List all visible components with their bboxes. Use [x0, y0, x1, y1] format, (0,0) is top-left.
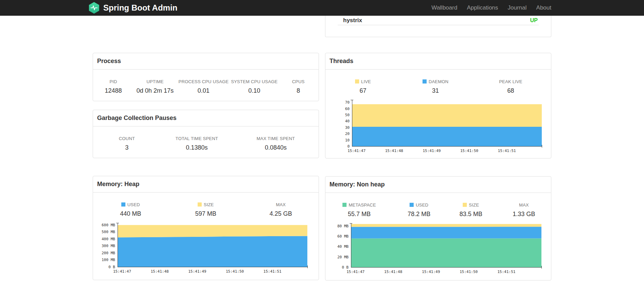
svg-text:15:41:50: 15:41:50: [226, 269, 244, 274]
stat-label: PID: [93, 79, 134, 84]
svg-text:40: 40: [345, 119, 350, 123]
stat-label: TOTAL TIME SPENT: [161, 136, 233, 141]
used-legend-swatch: [121, 202, 125, 207]
stat-label: MAX: [243, 202, 318, 207]
stat-value: 78.2 MB: [393, 211, 445, 218]
stat-process-cpu-usage: PROCESS CPU USAGE 0.01: [177, 79, 231, 94]
svg-text:15:41:50: 15:41:50: [460, 270, 478, 274]
svg-text:500 MB: 500 MB: [102, 230, 115, 234]
svg-text:15:41:48: 15:41:48: [385, 149, 403, 153]
memory-heap-card: Memory: Heap USED 440 MB SIZE 597 MB MAX: [93, 176, 319, 280]
stat-value: 597 MB: [168, 210, 243, 217]
memory-heap-chart: 0 B100 MB200 MB300 MB400 MB500 MB600 MB1…: [93, 221, 319, 277]
svg-text:50: 50: [345, 113, 350, 117]
brand-title: Spring Boot Admin: [103, 3, 178, 13]
nav-item-applications[interactable]: Applications: [467, 4, 498, 11]
metaspace-legend-swatch: [342, 203, 347, 207]
stat-value: 4.25 GB: [243, 210, 318, 217]
stat-label: MAX TIME SPENT: [233, 136, 319, 141]
stat-nonheap-max: MAX 1.33 GB: [497, 202, 551, 218]
size-legend-swatch: [463, 203, 467, 207]
svg-text:15:41:50: 15:41:50: [460, 149, 478, 153]
stat-label: DAEMON: [400, 79, 470, 84]
stat-value: 1.33 GB: [497, 211, 551, 218]
stat-nonheap-metaspace: METASPACE 55.7 MB: [325, 202, 393, 218]
svg-text:0: 0: [347, 144, 350, 149]
svg-text:80 MB: 80 MB: [337, 224, 349, 228]
stat-uptime: UPTIME 0d 0h 2m 17s: [134, 79, 177, 94]
svg-text:40 MB: 40 MB: [337, 244, 349, 249]
stat-label: USED: [93, 202, 168, 207]
svg-text:600 MB: 600 MB: [102, 223, 115, 227]
brand-link[interactable]: Spring Boot Admin: [88, 2, 178, 14]
stat-heap-size: SIZE 597 MB: [168, 202, 243, 217]
spring-boot-admin-logo-icon: [88, 2, 100, 14]
stat-label-text: DAEMON: [429, 79, 448, 84]
heap-legend: USED 440 MB SIZE 597 MB MAX 4.25 GB: [93, 193, 319, 217]
svg-text:15:41:47: 15:41:47: [113, 269, 131, 274]
live-legend-swatch: [355, 79, 359, 83]
right-column: hystrix UP Threads LIVE 67 DAEMON 3: [325, 16, 551, 280]
stat-value: 8: [278, 87, 319, 94]
main-content: Process PID 12488 UPTIME 0d 0h 2m 17s PR…: [93, 16, 551, 280]
size-legend-swatch: [198, 202, 202, 207]
stat-value: 68: [471, 87, 551, 94]
stat-label: COUNT: [93, 136, 161, 141]
svg-text:15:41:51: 15:41:51: [263, 269, 281, 274]
stat-value: 55.7 MB: [325, 211, 393, 218]
stat-label-text: SIZE: [204, 202, 214, 207]
stat-label-text: USED: [127, 202, 140, 207]
stat-gc-max-time: MAX TIME SPENT 0.0840s: [233, 136, 319, 151]
svg-text:400 MB: 400 MB: [102, 237, 115, 241]
stat-label: SIZE: [445, 202, 497, 208]
garbage-collection-card: Garbage Collection Pauses COUNT 3 TOTAL …: [93, 110, 319, 158]
daemon-legend-swatch: [423, 79, 427, 83]
svg-text:60 MB: 60 MB: [337, 234, 349, 239]
nav-item-about[interactable]: About: [536, 4, 551, 11]
svg-text:300 MB: 300 MB: [102, 244, 115, 248]
svg-text:15:41:49: 15:41:49: [423, 149, 441, 153]
memory-nonheap-card: Memory: Non heap METASPACE 55.7 MB USED …: [325, 176, 551, 280]
nonheap-legend: METASPACE 55.7 MB USED 78.2 MB SIZE 83.5…: [325, 193, 551, 218]
stat-label: METASPACE: [325, 202, 393, 208]
svg-text:15:41:47: 15:41:47: [347, 270, 365, 274]
heap-card-title: Memory: Heap: [93, 176, 319, 193]
svg-text:10: 10: [345, 138, 350, 142]
process-card: Process PID 12488 UPTIME 0d 0h 2m 17s PR…: [93, 53, 319, 101]
stat-nonheap-used: USED 78.2 MB: [393, 202, 445, 218]
memory-nonheap-chart: 0 B20 MB40 MB60 MB80 MB15:41:4715:41:481…: [325, 221, 551, 277]
left-column: Process PID 12488 UPTIME 0d 0h 2m 17s PR…: [93, 16, 319, 280]
svg-text:15:41:48: 15:41:48: [384, 270, 402, 274]
health-indicator-row[interactable]: hystrix UP: [338, 16, 539, 25]
svg-text:30: 30: [345, 125, 350, 130]
threads-legend: LIVE 67 DAEMON 31 PEAK LIVE 68: [325, 70, 551, 94]
stat-label-text: SIZE: [469, 202, 479, 208]
application-status-card: hystrix UP: [325, 16, 551, 37]
stat-value: 0d 0h 2m 17s: [134, 87, 177, 94]
process-card-title: Process: [93, 53, 319, 70]
nav-item-journal[interactable]: Journal: [508, 4, 527, 11]
process-stats: PID 12488 UPTIME 0d 0h 2m 17s PROCESS CP…: [93, 70, 319, 94]
stat-label: LIVE: [325, 79, 400, 84]
nav-item-wallboard[interactable]: Wallboard: [431, 4, 457, 11]
stat-value: 67: [325, 87, 400, 94]
stat-pid: PID 12488: [93, 79, 134, 94]
svg-text:15:41:49: 15:41:49: [188, 269, 206, 274]
stat-label: USED: [393, 202, 445, 208]
svg-text:15:41:47: 15:41:47: [348, 149, 366, 153]
stat-value: 83.5 MB: [445, 211, 497, 218]
stat-label: SYSTEM CPU USAGE: [231, 79, 278, 84]
svg-text:20: 20: [345, 132, 350, 136]
svg-text:15:41:48: 15:41:48: [151, 269, 169, 274]
threads-card: Threads LIVE 67 DAEMON 31 PEAK LIVE 68: [325, 53, 551, 158]
stat-heap-max: MAX 4.25 GB: [243, 202, 318, 217]
stat-nonheap-size: SIZE 83.5 MB: [445, 202, 497, 218]
svg-text:100 MB: 100 MB: [102, 258, 115, 262]
stat-label: SIZE: [168, 202, 243, 207]
stat-label-text: METASPACE: [349, 202, 376, 208]
stat-value: 12488: [93, 87, 134, 94]
svg-text:20 MB: 20 MB: [337, 255, 349, 259]
gc-card-title: Garbage Collection Pauses: [93, 110, 319, 126]
status-badge: UP: [530, 17, 538, 24]
svg-text:15:41:49: 15:41:49: [422, 270, 440, 274]
